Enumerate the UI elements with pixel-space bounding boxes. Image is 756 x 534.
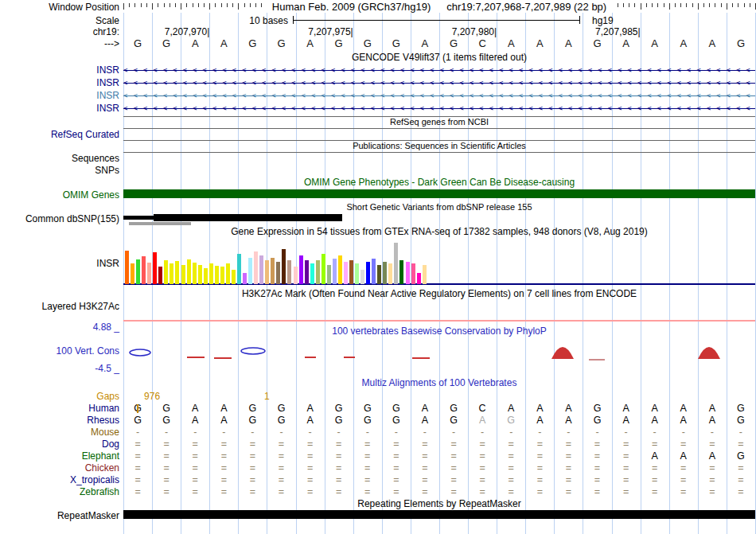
repeatmasker-track-title[interactable]: Repeating Elements by RepeatMasker [123, 499, 755, 509]
gtex-tissue-bar[interactable] [187, 259, 191, 284]
repeatmasker-label[interactable]: RepeatMasker [0, 510, 119, 521]
gtex-tissue-bar[interactable] [383, 262, 387, 284]
gtex-tissue-bar[interactable] [276, 262, 280, 284]
refseq-track-title[interactable]: RefSeq genes from NCBI [123, 117, 755, 127]
gtex-tissue-bar[interactable] [349, 260, 353, 284]
multiz-species-label[interactable]: Mouse [0, 427, 119, 438]
gtex-tissue-bar[interactable] [394, 243, 398, 284]
gtex-tissue-bar[interactable] [237, 254, 241, 284]
gtex-tissue-bar[interactable] [175, 261, 179, 284]
gtex-tissue-bar[interactable] [310, 263, 314, 284]
gtex-tissue-bar[interactable] [399, 260, 403, 284]
alignment-base: = [641, 462, 669, 474]
gtex-tissue-bar[interactable] [360, 270, 364, 284]
gtex-tissue-bar[interactable] [170, 263, 173, 284]
publications-track-title[interactable]: Publications: Sequences in Scientific Ar… [123, 141, 755, 151]
omim-track-title[interactable]: OMIM Gene Phenotypes - Dark Green Can Be… [123, 177, 755, 188]
omim-gene-bar[interactable] [123, 189, 755, 198]
gtex-tissue-bar[interactable] [204, 268, 208, 284]
multiz-track-title[interactable]: Multiz Alignments of 100 Vertebrates [123, 378, 755, 388]
gtex-tissue-bar[interactable] [254, 251, 258, 284]
gtex-tissue-bar[interactable] [377, 265, 381, 284]
gtex-tissue-bar[interactable] [355, 263, 359, 284]
alignment-base: = [439, 439, 468, 450]
gtex-tissue-bar[interactable] [131, 263, 134, 284]
gtex-tissue-bar[interactable] [388, 263, 392, 284]
gtex-tissue-bar[interactable] [299, 255, 303, 284]
gtex-tissue-bar[interactable] [147, 263, 151, 284]
repeatmasker-bar[interactable] [123, 510, 755, 519]
multiz-species-label[interactable]: Dog [0, 439, 119, 450]
gtex-tissue-bar[interactable] [265, 260, 269, 284]
gtex-tissue-bar[interactable] [232, 270, 236, 284]
gtex-tissue-bar[interactable] [271, 258, 275, 284]
gtex-tissue-bar[interactable] [215, 266, 219, 284]
gap-size-annotation: 1 [251, 391, 283, 402]
gtex-tissue-bar[interactable] [136, 259, 140, 284]
omim-genes-label[interactable]: OMIM Genes [0, 189, 119, 201]
multiz-alignment-row: ---------------------- [123, 427, 755, 439]
layered-h3k27ac-label[interactable]: Layered H3K27Ac [0, 301, 119, 312]
gtex-tissue-bar[interactable] [333, 259, 337, 284]
h3k27ac-track-title[interactable]: H3K27Ac Mark (Often Found Near Active Re… [123, 289, 755, 299]
phylop-dash [412, 357, 430, 359]
multiz-species-label[interactable]: Elephant [0, 450, 119, 462]
gtex-tissue-bar[interactable] [198, 265, 202, 284]
refseq-curated-label[interactable]: RefSeq Curated [0, 129, 119, 140]
gtex-tissue-bar[interactable] [406, 262, 410, 284]
gtex-tissue-bar[interactable] [125, 251, 129, 284]
gencode-track-title[interactable]: GENCODE V49lift37 (1 items filtered out) [123, 53, 755, 63]
gtex-tissue-bar[interactable] [158, 267, 162, 284]
strand-arrow-label[interactable]: ---> [0, 38, 119, 49]
snps-label[interactable]: SNPs [0, 165, 119, 176]
multiz-species-label[interactable]: Human [0, 403, 119, 414]
gtex-tissue-bar[interactable] [344, 262, 348, 284]
gtex-tissue-bar[interactable] [417, 273, 421, 284]
gtex-tissue-bar[interactable] [366, 262, 370, 284]
gencode-transcript-label[interactable]: INSR [0, 64, 119, 76]
multiz-species-label[interactable]: Zebrafish [0, 486, 119, 497]
gtex-tissue-bar[interactable] [209, 263, 213, 284]
alignment-base: - [727, 427, 755, 439]
gtex-tissue-bar[interactable] [423, 265, 427, 284]
alignment-base: G [439, 403, 468, 415]
gtex-tissue-bar[interactable] [294, 267, 298, 284]
gencode-transcript-label[interactable]: INSR [0, 77, 119, 88]
gtex-tissue-bar[interactable] [316, 260, 320, 284]
gtex-tissue-bar[interactable] [372, 259, 376, 284]
gtex-gene-label[interactable]: INSR [0, 258, 119, 269]
gtex-tissue-bar[interactable] [411, 263, 415, 284]
gtex-tissue-bar[interactable] [164, 260, 168, 284]
phylop-track-label[interactable]: 100 Vert. Cons [0, 345, 119, 357]
gtex-tissue-bar[interactable] [282, 249, 286, 284]
gencode-transcript-label[interactable]: INSR [0, 103, 119, 114]
gtex-tissue-bar[interactable] [305, 260, 309, 284]
multiz-species-label[interactable]: X_tropicalis [0, 474, 119, 485]
phylop-track-title[interactable]: 100 vertebrates Basewise Conservation by… [123, 326, 755, 337]
sequences-label[interactable]: Sequences [0, 153, 119, 164]
multiz-gaps-label[interactable]: Gaps [0, 391, 119, 402]
gtex-tissue-bar[interactable] [193, 263, 197, 284]
gtex-tissue-bar[interactable] [327, 265, 331, 284]
gtex-tissue-bar[interactable] [243, 273, 247, 284]
gtex-tissue-bar[interactable] [153, 252, 157, 284]
alignment-base: = [525, 450, 554, 462]
multiz-species-label[interactable]: Chicken [0, 462, 119, 474]
dbsnp-variant-bar[interactable] [154, 214, 342, 221]
gtex-tissue-bar[interactable] [181, 265, 185, 284]
gtex-tissue-bar[interactable] [220, 267, 224, 284]
dbsnp-track-title[interactable]: Short Genetic Variants from dbSNP releas… [123, 202, 755, 212]
dbsnp-variant-bar-gray[interactable] [129, 222, 191, 225]
gtex-tissue-bar[interactable] [338, 255, 342, 284]
gtex-tissue-bar[interactable] [248, 258, 252, 284]
gtex-tissue-bar[interactable] [226, 263, 230, 284]
gtex-tissue-bar[interactable] [142, 256, 146, 284]
multiz-species-label[interactable]: Rhesus [0, 415, 119, 426]
gtex-tissue-bar[interactable] [287, 260, 291, 284]
gtex-tissue-bar[interactable] [321, 254, 325, 284]
gtex-track-title[interactable]: Gene Expression in 54 tissues from GTEx … [123, 227, 755, 237]
gencode-transcript-label[interactable]: INSR [0, 90, 119, 101]
dbsnp-variant-bar-thin[interactable] [123, 216, 155, 220]
gtex-tissue-bar[interactable] [259, 255, 263, 284]
common-dbsnp-label[interactable]: Common dbSNP(155) [0, 213, 119, 224]
